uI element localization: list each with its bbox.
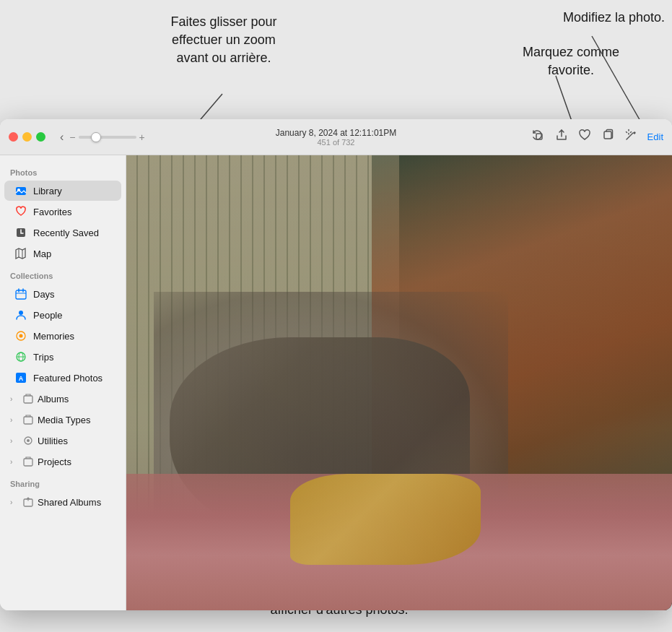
photo-area [126, 155, 672, 610]
traffic-lights [9, 132, 45, 142]
sidebar-item-map[interactable]: Map [4, 243, 121, 264]
edit-button[interactable]: Edit [647, 131, 663, 142]
svg-point-36 [27, 439, 30, 442]
sidebar-section-sharing: Sharing [0, 472, 126, 491]
utilities-label: Utilities [38, 436, 68, 446]
svg-text:A: A [19, 375, 24, 382]
minimize-button[interactable] [22, 132, 32, 142]
sidebar-item-people[interactable]: People [4, 305, 121, 325]
share-icon[interactable] [555, 129, 568, 145]
sidebar-item-featured-photos[interactable]: A Featured Photos [4, 368, 121, 388]
days-icon [14, 287, 27, 300]
shared-albums-chevron: › [10, 498, 19, 506]
people-label: People [33, 310, 62, 321]
favorite-icon[interactable] [578, 129, 591, 145]
favorites-label: Favorites [33, 207, 71, 217]
sidebar-item-days[interactable]: Days [4, 284, 121, 304]
sidebar: Photos Library Favorites [0, 155, 126, 610]
svg-rect-9 [604, 131, 611, 139]
projects-label: Projects [38, 456, 71, 467]
featured-photos-label: Featured Photos [33, 373, 102, 384]
sidebar-item-projects[interactable]: › Projects [4, 451, 121, 472]
svg-rect-21 [16, 290, 26, 299]
annotation-zoom: Faites glisser pour effectuer un zoom av… [144, 13, 303, 68]
svg-rect-33 [24, 396, 32, 403]
sidebar-item-trips[interactable]: Trips [4, 347, 121, 367]
annotation-favorite: Marquez comme favorite. [499, 43, 643, 79]
close-button[interactable] [9, 132, 18, 142]
recently-saved-label: Recently Saved [33, 228, 99, 238]
duplicate-icon[interactable] [601, 129, 614, 145]
albums-chevron: › [10, 395, 19, 403]
library-label: Library [33, 186, 62, 196]
sidebar-item-recently-saved[interactable]: Recently Saved [4, 222, 121, 243]
media-types-icon [22, 413, 35, 426]
svg-rect-34 [24, 417, 32, 424]
projects-chevron: › [10, 458, 19, 466]
zoom-plus-icon[interactable]: + [139, 131, 145, 143]
map-label: Map [33, 248, 51, 259]
zoom-minus-icon[interactable]: − [69, 131, 75, 143]
library-icon [14, 184, 27, 197]
photo-date: January 8, 2024 at 12:11:01PM [276, 128, 396, 138]
zoom-slider-area: − + [69, 131, 144, 143]
days-label: Days [33, 289, 55, 300]
titlebar-center: January 8, 2024 at 12:11:01PM 451 of 732 [276, 128, 396, 147]
albums-label: Albums [38, 394, 69, 404]
utilities-icon [22, 434, 35, 447]
sidebar-section-photos: Photos [0, 161, 126, 180]
svg-line-10 [627, 133, 633, 139]
svg-point-27 [19, 334, 23, 338]
svg-line-14 [630, 132, 631, 133]
sidebar-item-utilities[interactable]: › Utilities [4, 430, 121, 451]
utilities-chevron: › [10, 437, 19, 445]
use-in-widget-icon[interactable] [531, 128, 545, 146]
sidebar-item-shared-albums[interactable]: › Shared Albums [4, 492, 121, 512]
content-area: Photos Library Favorites [0, 155, 672, 610]
sidebar-item-favorites[interactable]: Favorites [4, 202, 121, 222]
zoom-slider[interactable] [79, 136, 136, 139]
maximize-button[interactable] [36, 132, 45, 142]
recently-saved-icon [14, 226, 27, 239]
trips-icon [14, 350, 27, 363]
sidebar-section-collections: Collections [0, 264, 126, 283]
memories-icon [14, 329, 27, 342]
featured-photos-icon: A [14, 371, 27, 384]
app-window: ‹ − + January 8, 2024 at 12:11:01PM 451 … [0, 119, 672, 610]
svg-marker-18 [16, 248, 25, 259]
favorites-icon [14, 205, 27, 218]
adjust-icon[interactable] [624, 129, 637, 145]
svg-point-25 [19, 311, 23, 315]
titlebar-actions: Edit [531, 128, 663, 146]
photo-count: 451 of 732 [276, 138, 396, 147]
titlebar: ‹ − + January 8, 2024 at 12:11:01PM 451 … [0, 119, 672, 155]
svg-line-13 [626, 132, 627, 133]
memories-label: Memories [33, 331, 74, 342]
sidebar-item-media-types[interactable]: › Media Types [4, 410, 121, 430]
shared-albums-label: Shared Albums [38, 497, 101, 508]
albums-icon [22, 392, 35, 405]
people-icon [14, 308, 27, 321]
projects-icon [22, 455, 35, 468]
zoom-thumb [91, 132, 101, 142]
nav-controls: ‹ [57, 129, 66, 145]
map-icon [14, 247, 27, 260]
svg-rect-37 [24, 459, 32, 466]
annotation-modify: Modifiez la photo. [506, 9, 665, 27]
sidebar-item-memories[interactable]: Memories [4, 326, 121, 346]
sidebar-item-library[interactable]: Library [4, 181, 121, 201]
media-types-label: Media Types [38, 415, 90, 425]
media-types-chevron: › [10, 416, 19, 424]
trips-label: Trips [33, 352, 53, 363]
shared-albums-icon [22, 495, 35, 508]
back-button[interactable]: ‹ [57, 129, 66, 145]
sidebar-item-albums[interactable]: › Albums [4, 389, 121, 409]
